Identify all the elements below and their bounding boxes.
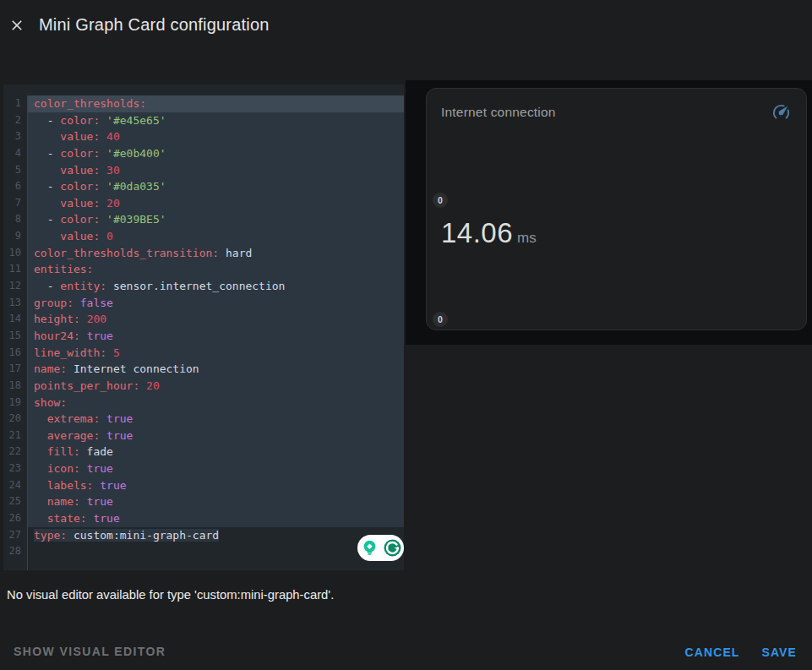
graph-min-label: 0 [433,312,448,327]
line-number: 22 [3,444,27,460]
graph-max-label: 0 [433,193,448,208]
line-number: 7 [3,195,27,212]
close-button[interactable] [7,16,27,36]
code-line[interactable]: value: 30 [28,162,404,179]
line-number: 13 [3,295,27,312]
line-number: 19 [3,395,27,411]
line-number: 18 [3,378,27,395]
code-line[interactable] [28,543,404,560]
line-number: 28 [3,543,27,560]
code-line[interactable]: value: 40 [28,128,404,145]
line-number: 14 [3,311,27,328]
card-state: 14.06 ms [441,217,537,249]
line-number: 12 [3,278,27,295]
code-line[interactable]: height: 200 [28,311,404,328]
show-visual-editor-button[interactable]: SHOW VISUAL EDITOR [14,645,166,658]
code-line[interactable]: extrema: true [28,411,404,428]
grammarly-logo-icon [382,537,403,558]
dialog-title: Mini Graph Card configuration [39,15,270,35]
card-preview-panel: Internet connection 14.06 ms 0 0 [406,80,812,345]
line-number: 1 [3,95,27,112]
line-number: 27 [3,527,27,544]
code-line[interactable]: icon: true [28,460,404,477]
line-number: 8 [3,211,27,228]
line-number: 21 [3,428,27,444]
dialog-header: Mini Graph Card configuration [0,0,812,52]
line-number: 10 [3,245,27,262]
card-title: Internet connection [441,105,556,120]
yaml-code-editor[interactable]: 1234567891011121314151617181920212223242… [3,84,404,570]
state-value: 14.06 [441,217,513,249]
code-line[interactable]: labels: true [28,477,404,494]
code-line[interactable]: line_width: 5 [28,345,404,362]
code-line[interactable]: type: custom:mini-graph-card [28,527,404,544]
code-line[interactable]: average: true [28,428,404,444]
grammarly-suggestion-button[interactable] [359,537,380,558]
code-line[interactable]: value: 0 [28,228,404,245]
code-line[interactable]: - color: '#e0b400' [28,145,404,162]
close-icon [8,17,25,36]
line-number: 5 [3,162,27,179]
editor-code[interactable]: color_thresholds: - color: '#e45e65' val… [28,95,404,570]
grammarly-widget[interactable] [357,535,404,561]
line-number: 9 [3,228,27,245]
line-number: 3 [3,128,27,145]
code-line[interactable]: name: true [28,493,404,510]
line-number: 16 [3,345,27,362]
state-unit: ms [517,230,537,247]
line-number: 11 [3,261,27,278]
editor-gutter: 1234567891011121314151617181920212223242… [3,95,28,570]
code-line[interactable]: points_per_hour: 20 [28,378,404,395]
speedometer-icon [771,102,791,122]
code-line[interactable]: color_thresholds_transition: hard [28,245,404,262]
line-number: 4 [3,145,27,162]
line-number: 2 [3,112,27,129]
cancel-button[interactable]: CANCEL [685,645,740,659]
code-line[interactable]: - entity: sensor.internet_connection [28,278,404,295]
no-visual-editor-message: No visual editor available for type 'cus… [7,588,404,602]
line-number: 17 [3,361,27,378]
code-line[interactable]: entities: [28,261,404,278]
line-number: 23 [3,460,27,477]
line-number: 24 [3,477,27,494]
code-line[interactable]: value: 20 [28,195,404,212]
line-number: 20 [3,411,27,428]
line-number: 25 [3,493,27,510]
line-number: 6 [3,178,27,195]
code-line[interactable]: - color: '#e45e65' [28,112,404,129]
code-line[interactable]: - color: '#0da035' [28,178,404,195]
code-line[interactable]: fill: fade [28,444,404,460]
grammarly-suggestion-lightbulb-icon [359,537,380,558]
code-line[interactable]: - color: '#039BE5' [28,211,404,228]
save-button[interactable]: SAVE [762,645,798,659]
line-number: 26 [3,510,27,527]
code-line[interactable]: group: false [28,295,404,312]
line-number: 15 [3,328,27,345]
mini-graph-card-preview: Internet connection 14.06 ms 0 0 [426,88,807,330]
grammarly-logo-button[interactable] [382,537,403,558]
code-line[interactable]: state: true [28,510,404,527]
code-line[interactable]: show: [28,395,404,411]
code-line[interactable]: color_thresholds: [28,95,404,112]
code-line[interactable]: hour24: true [28,328,404,345]
code-line[interactable]: name: Internet connection [28,361,404,378]
